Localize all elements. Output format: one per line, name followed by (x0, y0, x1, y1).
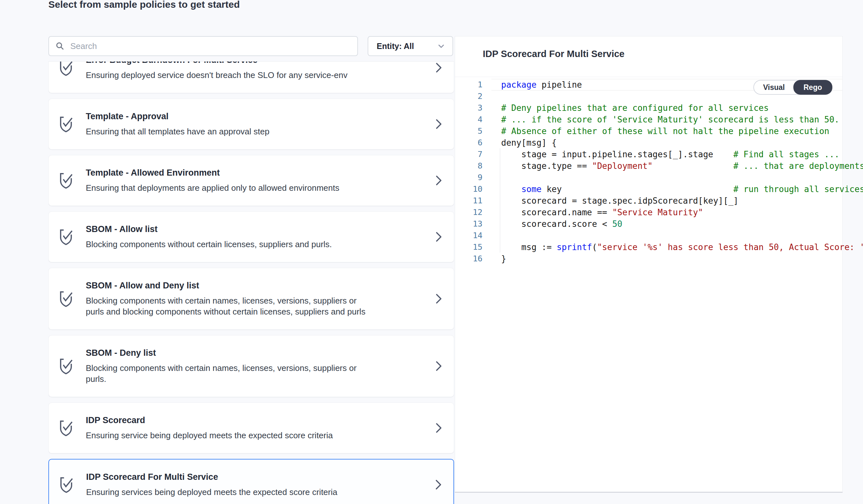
line-number: 6 (455, 137, 491, 148)
shield-check-icon (58, 290, 74, 307)
search-input[interactable] (70, 41, 357, 52)
code-line: 14 (455, 230, 842, 241)
code-line-content: # Absence of either of these will not ha… (491, 125, 842, 137)
line-number: 16 (455, 253, 491, 264)
policy-title: IDP Scorecard (86, 415, 419, 425)
shield-check-icon (59, 476, 74, 493)
policy-description: Ensuring deployed service doesn't breach… (86, 69, 419, 80)
rego-code-editor[interactable]: 1package pipeline23# Deny pipelines that… (455, 77, 842, 264)
indent-guide (500, 148, 500, 253)
code-line: 11 scorecard = stage.spec.idpScorecard[k… (455, 195, 842, 207)
code-line-content: } (491, 253, 842, 264)
policy-description: Blocking components without certain lice… (86, 239, 419, 250)
detail-title: IDP Scorecard For Multi Service (483, 49, 624, 59)
shield-check-icon (58, 172, 74, 189)
code-line-content: scorecard.name == "Service Maturity" (491, 207, 842, 218)
chevron-right-icon[interactable] (434, 478, 442, 491)
shield-check-icon (58, 61, 74, 76)
line-number: 4 (455, 114, 491, 125)
policy-title: SBOM - Deny list (86, 348, 419, 358)
policy-card[interactable]: Template - Allowed Environment Ensuring … (48, 155, 454, 206)
detail-header: IDP Scorecard For Multi Service (455, 36, 842, 77)
code-line-content: msg := sprintf("service '%s' has score l… (491, 241, 842, 253)
view-mode-toggle[interactable]: VisualRego (753, 80, 833, 95)
policy-list[interactable]: Error Budget Burndown For Multi Service … (48, 61, 454, 504)
code-line-content: stage = input.pipeline.stages[_].stage #… (491, 148, 842, 160)
policy-card[interactable]: Error Budget Burndown For Multi Service … (48, 61, 454, 93)
chevron-right-icon[interactable] (434, 117, 443, 131)
toggle-option-rego[interactable]: Rego (793, 80, 833, 95)
chevron-right-icon[interactable] (434, 421, 443, 435)
policy-card[interactable]: IDP Scorecard For Multi Service Ensuring… (48, 459, 454, 504)
code-line: 5# Absence of either of these will not h… (455, 125, 842, 137)
code-line: 8 stage.type == "Deployment" # ... that … (455, 160, 842, 172)
code-line: 13 scorecard.score < 50 (455, 218, 842, 230)
policy-description: Ensuring services being deployed meets t… (86, 487, 418, 497)
line-number: 12 (455, 207, 491, 218)
toggle-option-visual[interactable]: Visual (754, 80, 794, 94)
line-number: 10 (455, 183, 491, 195)
code-line: 3# Deny pipelines that are configured fo… (455, 102, 842, 114)
chevron-right-icon[interactable] (434, 230, 443, 244)
code-line-content: some key # run through all services (491, 183, 842, 195)
policy-card[interactable]: IDP Scorecard Ensuring service being dep… (48, 402, 454, 453)
code-line-content: # Deny pipelines that are configured for… (491, 102, 842, 114)
code-line-content: # ... if the score of 'Service Maturity'… (491, 114, 842, 125)
code-line: 4# ... if the score of 'Service Maturity… (455, 114, 842, 125)
policy-title: Template - Allowed Environment (86, 168, 419, 178)
policy-description: Ensuring that deployments are applied on… (86, 182, 419, 193)
chevron-right-icon[interactable] (434, 359, 443, 373)
code-line: 7 stage = input.pipeline.stages[_].stage… (455, 148, 842, 160)
line-number: 1 (455, 79, 491, 91)
policy-detail-panel: IDP Scorecard For Multi Service VisualRe… (455, 36, 843, 493)
code-line: 10 some key # run through all services (455, 183, 842, 195)
chevron-right-icon[interactable] (434, 292, 443, 306)
page-title: Select from sample policies to get start… (48, 0, 240, 11)
chevron-down-icon (437, 42, 445, 50)
code-line: 6deny[msg] { (455, 137, 842, 148)
policy-card[interactable]: SBOM - Allow list Blocking components wi… (48, 211, 454, 262)
line-number: 7 (455, 148, 491, 160)
policy-card[interactable]: SBOM - Allow and Deny list Blocking comp… (48, 268, 454, 329)
policy-description: Blocking components with certain names, … (86, 363, 419, 385)
policy-title: Template - Approval (86, 111, 419, 121)
chevron-right-icon[interactable] (434, 174, 443, 187)
entity-filter-label: Entity: All (377, 41, 414, 51)
shield-check-icon (58, 358, 74, 374)
line-number: 13 (455, 218, 491, 230)
entity-filter-dropdown[interactable]: Entity: All (368, 36, 453, 56)
policy-title: Error Budget Burndown For Multi Service (86, 61, 419, 65)
code-line: 15 msg := sprintf("service '%s' has scor… (455, 241, 842, 253)
chevron-right-icon[interactable] (434, 61, 443, 75)
line-number: 15 (455, 241, 491, 253)
policy-title: SBOM - Allow and Deny list (86, 280, 419, 291)
search-box[interactable] (48, 36, 358, 56)
line-number: 9 (455, 172, 491, 183)
policy-card[interactable]: SBOM - Deny list Blocking components wit… (48, 335, 454, 397)
code-line: 12 scorecard.name == "Service Maturity" (455, 207, 842, 218)
code-line-content: stage.type == "Deployment" # ... that ar… (491, 160, 842, 172)
code-line: 9 (455, 172, 842, 183)
shield-check-icon (58, 229, 74, 245)
policy-description: Blocking components with certain names, … (86, 295, 419, 317)
code-line-content: scorecard = stage.spec.idpScorecard[key]… (491, 195, 842, 207)
code-line-content (491, 230, 842, 241)
policy-description: Ensuring service being deployed meets th… (86, 430, 419, 441)
code-line-content: deny[msg] { (491, 137, 842, 148)
line-number: 2 (455, 91, 491, 102)
code-line-content (491, 172, 842, 183)
line-number: 14 (455, 230, 491, 241)
line-number: 8 (455, 160, 491, 172)
policy-title: SBOM - Allow list (86, 224, 419, 234)
shield-check-icon (58, 116, 74, 132)
shield-check-icon (58, 419, 74, 436)
policy-card[interactable]: Template - Approval Ensuring that all te… (48, 99, 454, 150)
search-icon (55, 41, 64, 51)
line-number: 11 (455, 195, 491, 207)
code-line: 16} (455, 253, 842, 264)
code-line-content: scorecard.score < 50 (491, 218, 842, 230)
line-number: 3 (455, 102, 491, 114)
line-number: 5 (455, 125, 491, 137)
policy-description: Ensuring that all templates have an appr… (86, 126, 419, 137)
policy-title: IDP Scorecard For Multi Service (86, 472, 418, 482)
